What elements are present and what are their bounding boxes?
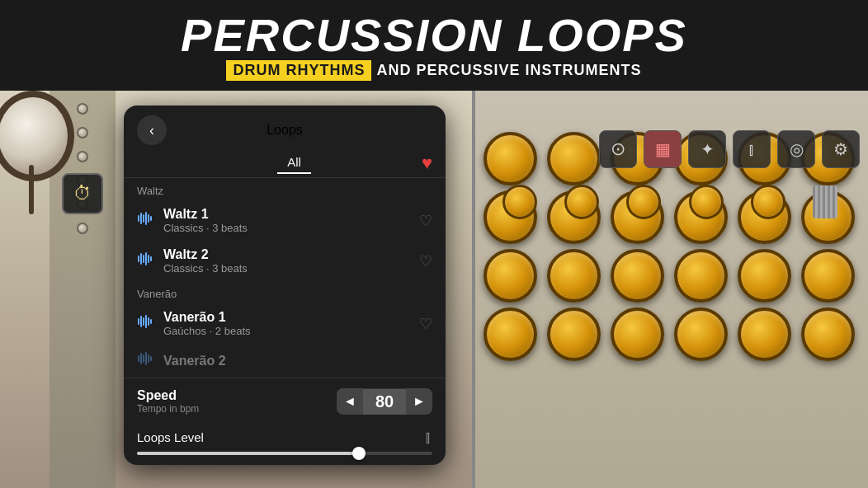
pad-23[interactable] bbox=[738, 307, 791, 361]
loops-panel: ‹ Loops Loops All ♥ Waltz bbox=[124, 106, 446, 465]
svg-rect-0 bbox=[138, 215, 139, 222]
pad-1[interactable] bbox=[484, 132, 537, 185]
vanerao2-text: Vanerão 2 bbox=[163, 354, 432, 368]
speed-value: 80 bbox=[363, 389, 406, 415]
waltz2-heart-icon[interactable]: ♡ bbox=[419, 252, 432, 270]
headphone-toolbar-btn[interactable]: ◎ bbox=[777, 130, 815, 168]
subtitle-container: DRUM RHYTHMS AND PERCUSSIVE INSTRUMENTS bbox=[226, 60, 641, 81]
svg-rect-11 bbox=[150, 256, 152, 261]
metronome-button[interactable]: ⏱ bbox=[62, 173, 103, 214]
panel-header-row: ‹ Loops bbox=[124, 106, 446, 145]
svg-rect-13 bbox=[140, 316, 142, 327]
waltz1-title: Waltz 1 bbox=[163, 207, 419, 222]
svg-rect-3 bbox=[145, 212, 147, 225]
drum-circle bbox=[0, 91, 74, 181]
svg-rect-21 bbox=[145, 352, 147, 365]
knob-1[interactable] bbox=[502, 185, 537, 219]
pad-18[interactable] bbox=[801, 249, 855, 303]
vanerao1-heart-icon[interactable]: ♡ bbox=[419, 315, 432, 333]
svg-rect-9 bbox=[145, 252, 147, 265]
level-header: Loops Level ⫿ bbox=[137, 428, 432, 447]
vanerao2-title: Vanerão 2 bbox=[163, 354, 432, 368]
vanerao1-title: Vanerão 1 bbox=[163, 310, 419, 325]
pad-24[interactable] bbox=[801, 307, 855, 361]
speed-decrease-btn[interactable]: ◄ bbox=[337, 388, 363, 415]
svg-rect-7 bbox=[140, 253, 142, 265]
level-section: Loops Level ⫿ bbox=[124, 423, 446, 465]
svg-rect-14 bbox=[143, 317, 144, 326]
pad-16[interactable] bbox=[674, 249, 728, 303]
vanerao1-subtitle: Gaúchos · 2 beats bbox=[163, 325, 419, 337]
wand-toolbar-btn[interactable]: ✦ bbox=[688, 130, 726, 168]
svg-rect-8 bbox=[143, 255, 144, 263]
speed-label: Speed bbox=[137, 388, 199, 403]
gear-toolbar-btn[interactable]: ⚙ bbox=[822, 130, 860, 168]
svg-rect-12 bbox=[138, 318, 139, 325]
gear-toolbar-icon: ⚙ bbox=[833, 139, 848, 159]
speed-section: Speed Tempo in bpm ◄ 80 ► bbox=[124, 378, 446, 423]
panel-title: Loops bbox=[167, 123, 403, 138]
top-knobs-row bbox=[472, 181, 868, 223]
svg-rect-22 bbox=[148, 354, 149, 363]
mixer-toolbar-btn[interactable]: ⫿ bbox=[733, 130, 771, 168]
svg-rect-20 bbox=[143, 354, 144, 363]
svg-rect-1 bbox=[140, 213, 142, 224]
level-slider-thumb[interactable] bbox=[352, 447, 366, 460]
mixer-toolbar-icon: ⫿ bbox=[748, 140, 756, 159]
back-button[interactable]: ‹ bbox=[137, 115, 167, 145]
top-banner: PERCUSSION LOOPS DRUM RHYTHMS AND PERCUS… bbox=[0, 0, 868, 91]
subtitle-rest: AND PERCUSSIVE INSTRUMENTS bbox=[376, 62, 641, 79]
pad-20[interactable] bbox=[547, 307, 601, 361]
pad-13[interactable] bbox=[484, 249, 537, 303]
pad-19[interactable] bbox=[484, 307, 537, 361]
knob-3[interactable] bbox=[626, 185, 661, 219]
list-item-waltz2[interactable]: Waltz 2 Classics · 3 beats ♡ bbox=[124, 241, 446, 281]
section-vanerao-label: Vanerão bbox=[137, 288, 177, 300]
pad-21[interactable] bbox=[611, 307, 664, 361]
knob-4[interactable] bbox=[689, 185, 724, 219]
speed-label-group: Speed Tempo in bpm bbox=[137, 388, 199, 415]
waltz1-heart-icon[interactable]: ♡ bbox=[419, 212, 432, 230]
waveform-icon-vanerao1 bbox=[137, 313, 153, 334]
section-waltz: Waltz bbox=[124, 178, 446, 200]
speed-increase-btn[interactable]: ► bbox=[406, 388, 432, 415]
svg-rect-19 bbox=[140, 353, 142, 364]
svg-rect-15 bbox=[145, 315, 147, 328]
speed-desc: Tempo in bpm bbox=[137, 403, 199, 415]
wand-toolbar-icon: ✦ bbox=[701, 139, 715, 159]
list-item-waltz1[interactable]: Waltz 1 Classics · 3 beats ♡ bbox=[124, 200, 446, 241]
headphone-toolbar-icon: ◎ bbox=[790, 139, 804, 159]
metronome-toolbar-icon: ⊙ bbox=[611, 138, 625, 160]
waltz1-subtitle: Classics · 3 beats bbox=[163, 222, 419, 234]
level-mixer-icon[interactable]: ⫿ bbox=[424, 428, 432, 447]
level-slider-track[interactable] bbox=[137, 452, 432, 455]
waveform-icon-waltz2 bbox=[137, 251, 153, 271]
pad-15[interactable] bbox=[611, 249, 664, 303]
svg-rect-10 bbox=[148, 255, 149, 263]
pad-22[interactable] bbox=[674, 307, 728, 361]
list-item-vanerao2[interactable]: Vanerão 2 bbox=[124, 344, 446, 378]
waltz1-text: Waltz 1 Classics · 3 beats bbox=[163, 207, 419, 234]
waltz2-subtitle: Classics · 3 beats bbox=[163, 262, 419, 274]
svg-rect-5 bbox=[150, 216, 152, 221]
knob-5[interactable] bbox=[751, 185, 785, 219]
drum-stand bbox=[29, 165, 34, 214]
level-slider-fill bbox=[137, 452, 359, 455]
knob-2[interactable] bbox=[564, 185, 599, 219]
stripe-texture bbox=[813, 185, 837, 218]
waltz2-text: Waltz 2 Classics · 3 beats bbox=[163, 247, 419, 274]
favorites-heart-icon[interactable]: ♥ bbox=[422, 152, 432, 174]
metronome-toolbar-btn[interactable]: ⊙ bbox=[599, 130, 637, 168]
speed-header: Speed Tempo in bpm ◄ 80 ► bbox=[137, 388, 432, 415]
list-item-vanerao1[interactable]: Vanerão 1 Gaúchos · 2 beats ♡ bbox=[124, 303, 446, 344]
panel-tabs: All ♥ bbox=[124, 145, 446, 178]
pad-14[interactable] bbox=[547, 249, 601, 303]
pad-2[interactable] bbox=[547, 132, 601, 185]
section-waltz-label: Waltz bbox=[137, 185, 163, 197]
vanerao1-text: Vanerão 1 Gaúchos · 2 beats bbox=[163, 310, 419, 337]
waveform-icon-waltz1 bbox=[137, 210, 153, 231]
metronome-icon: ⏱ bbox=[73, 183, 92, 204]
pad-17[interactable] bbox=[738, 249, 791, 303]
grid-toolbar-btn[interactable]: ▦ bbox=[644, 130, 682, 168]
tab-all[interactable]: All bbox=[277, 152, 311, 174]
